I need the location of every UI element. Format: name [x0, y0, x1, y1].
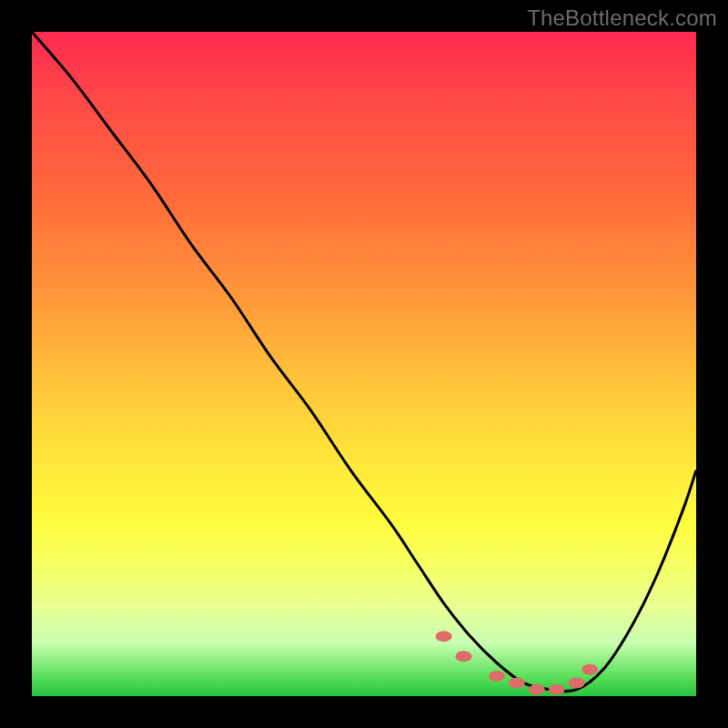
watermark-text: TheBottleneck.com: [527, 5, 717, 31]
marker-dot: [569, 677, 585, 688]
chart-frame: TheBottleneck.com: [0, 0, 728, 728]
marker-dot: [529, 684, 545, 695]
curve-svg: [32, 32, 696, 696]
marker-dot: [581, 664, 598, 675]
minimum-markers: [436, 631, 599, 694]
bottleneck-curve: [32, 32, 696, 692]
marker-dot: [456, 651, 472, 662]
marker-dot: [509, 677, 525, 688]
marker-dot: [549, 684, 565, 695]
marker-dot: [436, 631, 452, 642]
marker-dot: [489, 671, 505, 682]
plot-area: [32, 32, 696, 696]
